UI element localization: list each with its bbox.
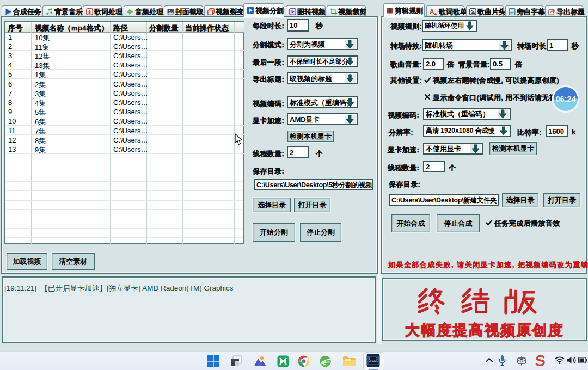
svg-text:06:24: 06:24	[555, 95, 575, 103]
svg-text:A: A	[434, 11, 437, 16]
svg-text:x100: x100	[370, 359, 377, 362]
svg-text:e: e	[322, 357, 326, 366]
